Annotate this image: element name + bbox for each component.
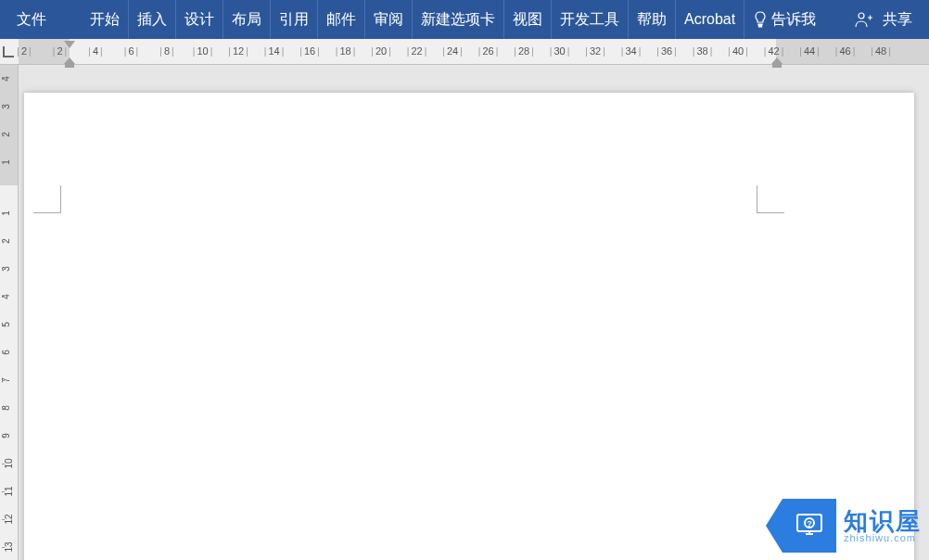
document-page[interactable] <box>24 93 914 560</box>
watermark-title: 知识屋 <box>844 509 922 533</box>
ruler-h-number: 10 <box>193 45 212 57</box>
tab-mailings[interactable]: 邮件 <box>318 0 365 39</box>
vertical-ruler[interactable]: 432112345678910111213 <box>0 65 19 560</box>
tab-custom-new[interactable]: 新建选项卡 <box>413 0 504 39</box>
ruler-h-number: 36 <box>656 45 676 57</box>
ruler-v-number: 11 <box>4 486 14 496</box>
tab-file[interactable]: 文件 <box>0 0 63 39</box>
ruler-h-number: 38 <box>693 45 712 57</box>
tellme-label: 告诉我 <box>771 10 816 30</box>
person-share-icon <box>855 11 873 28</box>
tab-home[interactable]: 开始 <box>82 0 129 39</box>
ruler-h-number: 4 <box>88 45 102 57</box>
tab-design[interactable]: 设计 <box>176 0 223 39</box>
main-area: 432112345678910111213 <box>0 65 929 560</box>
ruler-h-number: 32 <box>585 45 604 57</box>
ruler-h-ticks: 2246810121416182022242628303234363840424… <box>19 39 929 64</box>
ruler-h-number: 14 <box>264 45 284 57</box>
tab-tellme[interactable]: 告诉我 <box>744 0 824 39</box>
ribbon-right: 共享 <box>847 10 929 30</box>
tab-view[interactable]: 视图 <box>504 0 552 39</box>
share-label: 共享 <box>883 10 912 30</box>
tab-selector-icon[interactable] <box>3 46 14 57</box>
ruler-h-number: 2 <box>17 45 31 57</box>
ruler-top-margin <box>0 65 18 185</box>
tab-layout[interactable]: 布局 <box>223 0 271 39</box>
ruler-h-number: 6 <box>124 45 138 57</box>
ruler-h-number: 8 <box>159 45 173 57</box>
ruler-v-number: 12 <box>4 514 14 524</box>
ruler-h-number: 40 <box>728 45 747 57</box>
tab-insert[interactable]: 插入 <box>129 0 176 39</box>
svg-text:?: ? <box>807 519 812 528</box>
first-line-indent-marker[interactable] <box>64 41 75 48</box>
ruler-h-number: 44 <box>799 45 819 57</box>
ruler-h-number: 46 <box>835 45 855 57</box>
ruler-h-number: 12 <box>228 45 248 57</box>
ruler-v-number: 13 <box>4 541 14 552</box>
ruler-h-number: 34 <box>621 45 641 57</box>
margin-corner-top-right <box>757 185 784 213</box>
document-scroll-area[interactable] <box>19 65 929 560</box>
watermark-monitor-icon: ? <box>783 499 836 553</box>
ruler-h-number: 48 <box>871 45 890 57</box>
tab-references[interactable]: 引用 <box>271 0 318 39</box>
watermark-logo: ? 知识屋 zhishiwu.com <box>783 499 922 553</box>
ruler-h-number: 30 <box>550 45 569 57</box>
ruler-h-number: 28 <box>514 45 533 57</box>
ruler-h-number: 18 <box>336 45 355 57</box>
ruler-h-number: 24 <box>442 45 462 57</box>
margin-corner-top-left <box>33 185 61 213</box>
horizontal-ruler[interactable]: 2246810121416182022242628303234363840424… <box>0 39 929 65</box>
ruler-v-number: 10 <box>4 458 14 468</box>
ruler-h-number: 16 <box>299 45 319 57</box>
ruler-h-number: 42 <box>764 45 783 57</box>
ruler-h-number: 26 <box>478 45 498 57</box>
tab-help[interactable]: 帮助 <box>629 0 676 39</box>
ribbon-tabs: 文件 开始 插入 设计 布局 引用 邮件 审阅 新建选项卡 视图 开发工具 帮助… <box>0 0 929 39</box>
lightbulb-icon <box>753 11 768 28</box>
svg-point-0 <box>859 13 864 19</box>
share-button[interactable]: 共享 <box>847 10 920 30</box>
watermark-sub: zhishiwu.com <box>844 533 922 543</box>
left-indent-marker[interactable] <box>64 57 75 64</box>
tab-developer[interactable]: 开发工具 <box>552 0 629 39</box>
ruler-h-number: 22 <box>407 45 426 57</box>
tab-acrobat[interactable]: Acrobat <box>676 0 744 39</box>
tab-review[interactable]: 审阅 <box>365 0 413 39</box>
right-indent-marker[interactable] <box>771 57 783 64</box>
ruler-h-number: 20 <box>371 45 390 57</box>
